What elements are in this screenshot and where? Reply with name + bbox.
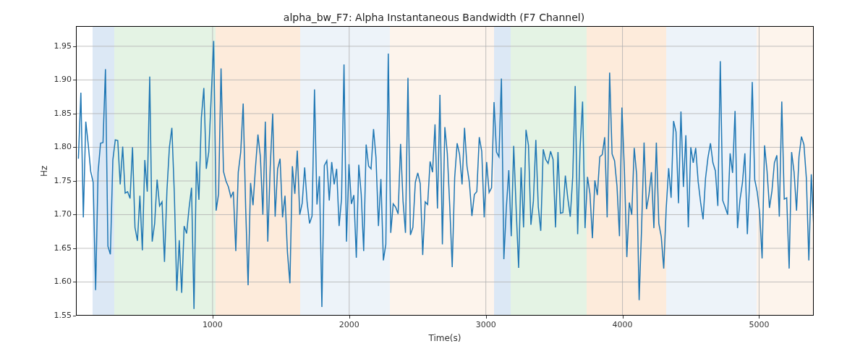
y-tick-mark xyxy=(73,181,76,182)
plot-area xyxy=(76,26,814,316)
x-tick-mark xyxy=(349,316,350,319)
x-tick-mark xyxy=(213,316,213,319)
x-tick-label: 3000 xyxy=(475,320,497,329)
x-tick-label: 4000 xyxy=(612,320,634,329)
y-gridlines xyxy=(76,46,814,316)
y-tick-mark xyxy=(73,214,76,215)
x-tick-mark xyxy=(623,316,624,319)
chart-figure: alpha_bw_F7: Alpha Instantaneous Bandwid… xyxy=(0,0,868,362)
plot-svg xyxy=(76,26,814,316)
y-tick-label: 1.70 xyxy=(54,209,72,219)
y-tick-mark xyxy=(73,80,76,80)
y-tick-mark xyxy=(73,46,76,47)
y-tick-mark xyxy=(73,147,76,148)
x-tick-label: 1000 xyxy=(202,320,224,329)
x-tick-mark xyxy=(759,316,760,319)
y-tick-label: 1.80 xyxy=(54,142,72,151)
y-tick-label: 1.85 xyxy=(54,109,72,118)
y-tick-mark xyxy=(73,316,76,316)
x-tick-mark xyxy=(486,316,487,319)
y-tick-label: 1.95 xyxy=(54,41,72,51)
y-tick-mark xyxy=(73,282,76,282)
y-tick-label: 1.90 xyxy=(54,75,72,84)
y-tick-label: 1.65 xyxy=(54,243,72,253)
x-tick-label: 2000 xyxy=(339,320,360,329)
y-tick-mark xyxy=(73,248,76,249)
x-axis-label: Time(s) xyxy=(76,333,814,343)
y-tick-label: 1.60 xyxy=(54,277,72,286)
x-tick-label: 5000 xyxy=(748,320,770,329)
y-tick-mark xyxy=(73,114,76,114)
y-tick-label: 1.55 xyxy=(54,311,72,320)
chart-title: alpha_bw_F7: Alpha Instantaneous Bandwid… xyxy=(0,12,868,23)
line-series-alpha-bw-f7 xyxy=(78,41,814,309)
y-axis-label: Hz xyxy=(39,166,49,177)
y-tick-label: 1.75 xyxy=(54,176,72,185)
